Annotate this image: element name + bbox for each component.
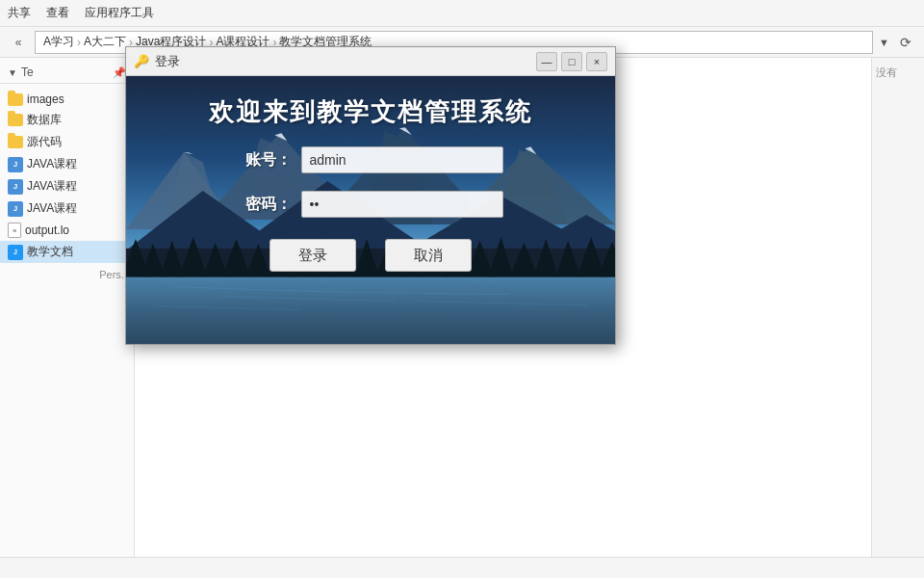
button-row: 登录 取消 bbox=[270, 239, 472, 272]
java-icon: J bbox=[8, 201, 23, 217]
menu-bar: 共享 查看 应用程序工具 bbox=[0, 0, 924, 27]
right-panel-label: 没有 bbox=[876, 66, 897, 80]
dialog-maximize-button[interactable]: □ bbox=[561, 52, 582, 71]
password-label: 密码： bbox=[239, 195, 292, 215]
cancel-button[interactable]: 取消 bbox=[385, 239, 472, 272]
account-row: 账号： bbox=[239, 146, 503, 173]
txt-icon: ≡ bbox=[8, 223, 21, 238]
breadcrumb-p2: A大二下 bbox=[84, 34, 126, 50]
sidebar-item-src[interactable]: 源代码 bbox=[0, 131, 134, 153]
folder-icon bbox=[8, 136, 23, 148]
nav-back-button[interactable]: « bbox=[8, 32, 29, 53]
right-panel: 没有 bbox=[871, 58, 924, 578]
status-bar bbox=[0, 557, 924, 578]
sidebar-item-label-teach: 教学文档 bbox=[27, 244, 73, 260]
sidebar-item-label-images: images bbox=[27, 92, 64, 106]
sidebar-item-label-java2: JAVA课程 bbox=[27, 178, 77, 195]
folder-icon bbox=[8, 114, 23, 126]
account-input[interactable] bbox=[301, 146, 503, 173]
breadcrumb-p1: A学习 bbox=[43, 34, 74, 50]
java-icon: J bbox=[8, 179, 23, 195]
refresh-button[interactable]: ⟳ bbox=[895, 32, 916, 53]
sidebar-item-label-java1: JAVA课程 bbox=[27, 156, 77, 172]
password-row: 密码： bbox=[239, 191, 503, 218]
folder-icon bbox=[8, 93, 23, 106]
sidebar-item-label-src: 源代码 bbox=[27, 134, 62, 150]
sidebar-item-label-db: 数据库 bbox=[27, 112, 62, 128]
nav-buttons: « bbox=[8, 32, 29, 53]
sidebar-item-db[interactable]: 数据库 bbox=[0, 109, 134, 131]
sidebar-expand-icon: ▼ bbox=[8, 67, 17, 78]
dialog-titlebar: 🔑 登录 — □ × bbox=[126, 47, 615, 76]
login-dialog[interactable]: 🔑 登录 — □ × bbox=[125, 46, 616, 345]
menu-view[interactable]: 查看 bbox=[46, 5, 69, 21]
sidebar-item-label-java3: JAVA课程 bbox=[27, 200, 77, 217]
dialog-minimize-button[interactable]: — bbox=[536, 52, 557, 71]
account-label: 账号： bbox=[239, 150, 292, 171]
sidebar-item-label-output: output.lo bbox=[25, 223, 69, 237]
sidebar-items: images 数据库 源代码 J JAVA课程 J JAVA课程 bbox=[0, 88, 134, 265]
menu-tools[interactable]: 应用程序工具 bbox=[85, 5, 154, 21]
sidebar-item-java1[interactable]: J JAVA课程 bbox=[0, 153, 134, 175]
sidebar-scroll: Pers... bbox=[0, 265, 134, 574]
sidebar-pin-icon: 📌 bbox=[113, 66, 126, 79]
sidebar-item-java3[interactable]: J JAVA课程 bbox=[0, 197, 134, 220]
dialog-title: 登录 bbox=[155, 53, 536, 70]
java-icon: J bbox=[8, 157, 23, 172]
menu-share[interactable]: 共享 bbox=[8, 5, 31, 21]
dialog-title-icon: 🔑 bbox=[134, 54, 149, 68]
sidebar-top-label: Te bbox=[21, 66, 34, 79]
login-button[interactable]: 登录 bbox=[270, 239, 356, 272]
sep1: › bbox=[77, 36, 81, 49]
sidebar-item-teach[interactable]: J 教学文档 bbox=[0, 241, 134, 263]
dialog-ctrl-buttons: — □ × bbox=[536, 52, 607, 71]
password-input[interactable] bbox=[301, 191, 503, 218]
sidebar-item-images[interactable]: images bbox=[0, 90, 134, 109]
dialog-welcome-text: 欢迎来到教学文档管理系统 bbox=[209, 95, 532, 129]
sidebar-top: ▼ Te 📌 bbox=[0, 62, 134, 84]
dialog-form: 欢迎来到教学文档管理系统 账号： 密码： 登录 取消 bbox=[126, 76, 615, 344]
sidebar-item-output[interactable]: ≡ output.lo bbox=[0, 220, 134, 241]
sidebar-item-java2[interactable]: J JAVA课程 bbox=[0, 175, 134, 197]
jar-icon: J bbox=[8, 245, 23, 260]
sidebar: ▼ Te 📌 images 数据库 源代码 J bbox=[0, 58, 135, 578]
dialog-close-button[interactable]: × bbox=[586, 52, 607, 71]
dialog-content: 欢迎来到教学文档管理系统 账号： 密码： 登录 取消 bbox=[126, 76, 615, 344]
address-dropdown-icon[interactable]: ▼ bbox=[879, 37, 889, 48]
